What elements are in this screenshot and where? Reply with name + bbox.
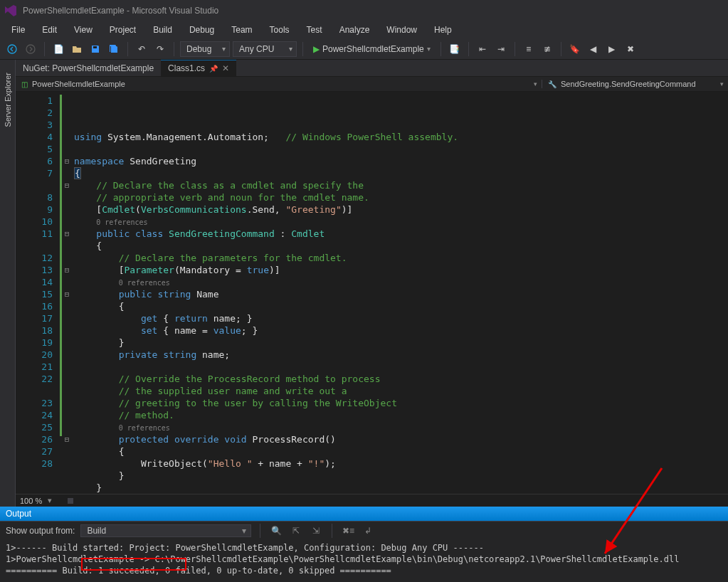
solution-config-dropdown[interactable]: Debug [180,41,230,57]
code-editor[interactable]: 1234567891011121314151617181920212223242… [16,92,728,494]
menu-file[interactable]: File [4,23,32,36]
toolbar-indent-less-icon[interactable]: ⇤ [475,41,490,57]
code-line [60,144,74,154]
nav-back-icon[interactable] [4,41,20,57]
server-explorer-tab[interactable]: Server Explorer [2,65,14,134]
code-line: set { name = value; } [60,325,258,336]
menu-debug[interactable]: Debug [182,23,221,36]
new-file-icon[interactable]: 📄 [51,41,66,57]
code-line: 0 references [60,216,148,227]
toolbar-prev-bookmark-icon[interactable]: ◀ [586,41,601,57]
editor-area: NuGet: PowerShellcmdletExampleClass1.cs📌… [16,60,728,507]
svg-point-1 [26,45,35,53]
output-clear-icon[interactable]: ✖≡ [341,524,355,538]
member-scope-dropdown[interactable]: 🔧 SendGreeting.SendGreetingCommand [542,80,728,88]
zoom-level[interactable]: 100 % [20,497,42,505]
code-content[interactable]: using System.Management.Automation; // W… [60,92,728,494]
document-tabs: NuGet: PowerShellcmdletExampleClass1.cs📌… [16,60,728,77]
solution-platform-dropdown[interactable]: Any CPU [233,41,297,57]
no-issues-indicator [68,498,73,504]
navigation-bar: ◫ PowerShellcmdletExample 🔧 SendGreeting… [16,77,728,92]
menu-team[interactable]: Team [224,23,259,36]
code-line: } [60,337,124,348]
code-line: } [60,470,124,481]
toolbar-indent-more-icon[interactable]: ⇥ [493,41,509,57]
code-line: // Declare the parameters for the cmdlet… [60,253,347,263]
save-icon[interactable] [88,41,103,57]
fold-toggle[interactable] [63,288,71,300]
toolbar-step-icon[interactable]: 📑 [447,41,463,57]
code-line: { [60,168,81,179]
toolbar-next-bookmark-icon[interactable]: ▶ [604,41,620,57]
code-line: public class SendGreetingCommand : Cmdle… [60,228,325,239]
annotation-highlight [81,558,186,571]
code-line: // method. [60,410,174,420]
output-goto-prev-icon[interactable]: ⇱ [289,524,303,538]
start-debug-button[interactable]: ▶PowerShellcmdletExample▾ [309,41,435,57]
output-panel-header[interactable]: Output [0,507,728,521]
undo-icon[interactable]: ↶ [134,41,149,57]
menu-window[interactable]: Window [379,23,424,36]
menu-test[interactable]: Test [300,23,329,36]
code-line: [Cmdlet(VerbsCommunications.Send, "Greet… [60,204,352,215]
doc-tab[interactable]: Class1.cs📌✕ [161,60,236,76]
output-find-icon[interactable]: 🔍 [269,524,283,538]
save-all-icon[interactable] [106,41,122,57]
menu-edit[interactable]: Edit [35,23,64,36]
code-line: namespace SendGreeting [60,156,196,166]
class-icon: 🔧 [548,80,556,88]
toolbar-comment-icon[interactable]: ≡ [521,41,537,57]
nav-fwd-icon[interactable] [23,41,38,57]
doc-tab[interactable]: NuGet: PowerShellcmdletExample [16,60,161,76]
code-line: // greeting to the user by calling the W… [60,398,397,408]
menu-help[interactable]: Help [427,23,459,36]
fold-toggle[interactable] [63,179,71,191]
menu-build[interactable]: Build [146,23,179,36]
output-toolbar: Show output from: Build 🔍 ⇱ ⇲ ✖≡ ↲ [0,521,728,539]
editor-status-bar: 100 % ▾ [16,494,728,507]
output-source-dropdown[interactable]: Build [80,524,251,537]
code-line: WriteObject("Hello " + name + "!"); [60,458,336,469]
menu-project[interactable]: Project [102,23,143,36]
menu-tools[interactable]: Tools [263,23,297,36]
fold-toggle[interactable] [63,433,71,445]
code-line: // appropriate verb and noun for the cmd… [60,192,369,203]
show-output-from-label: Show output from: [6,526,75,536]
code-line: { [60,446,124,457]
menu-view[interactable]: View [67,23,100,36]
csharp-project-icon: ◫ [21,80,28,88]
left-tool-strip: Server Explorer [0,60,16,507]
svg-rect-2 [93,46,97,48]
project-scope-dropdown[interactable]: ◫ PowerShellcmdletExample [16,80,542,88]
code-line: // Declare the class as a cmdlet and spe… [60,180,364,191]
code-line: // the supplied user name and write out … [60,386,347,396]
main-toolbar: 📄 ↶ ↷ Debug Any CPU ▶PowerShellcmdletExa… [0,38,728,60]
code-line: protected override void ProcessRecord() [60,434,336,445]
menu-bar: FileEditViewProjectBuildDebugTeamToolsTe… [0,21,728,38]
menu-analyze[interactable]: Analyze [332,23,377,36]
toolbar-bookmark-icon[interactable]: 🔖 [567,41,583,57]
vs-logo-icon [4,4,17,17]
code-line: // Override the ProcessRecord method to … [60,374,380,384]
pin-icon[interactable]: 📌 [209,65,218,73]
doc-tab-label: NuGet: PowerShellcmdletExample [23,63,154,73]
code-line: 0 references [60,277,170,287]
code-line: private string name; [60,349,230,360]
fold-toggle[interactable] [63,155,71,167]
close-icon[interactable]: ✕ [222,63,229,73]
toolbar-uncomment-icon[interactable]: ≢ [539,41,555,57]
doc-tab-label: Class1.cs [168,63,205,73]
output-title: Output [6,509,31,519]
window-title: PowerShellcmdletExample - Microsoft Visu… [23,6,218,16]
code-line: } [60,482,102,493]
code-line: get { return name; } [60,313,252,324]
output-goto-next-icon[interactable]: ⇲ [309,524,323,538]
fold-toggle[interactable] [63,264,71,276]
open-folder-icon[interactable] [69,41,85,57]
workspace: Server Explorer NuGet: PowerShellcmdletE… [0,60,728,507]
code-line: public string Name [60,289,219,300]
redo-icon[interactable]: ↷ [152,41,168,57]
fold-toggle[interactable] [63,228,71,240]
toolbar-clear-bookmark-icon[interactable]: ✖ [623,41,638,57]
output-word-wrap-icon[interactable]: ↲ [361,524,375,538]
